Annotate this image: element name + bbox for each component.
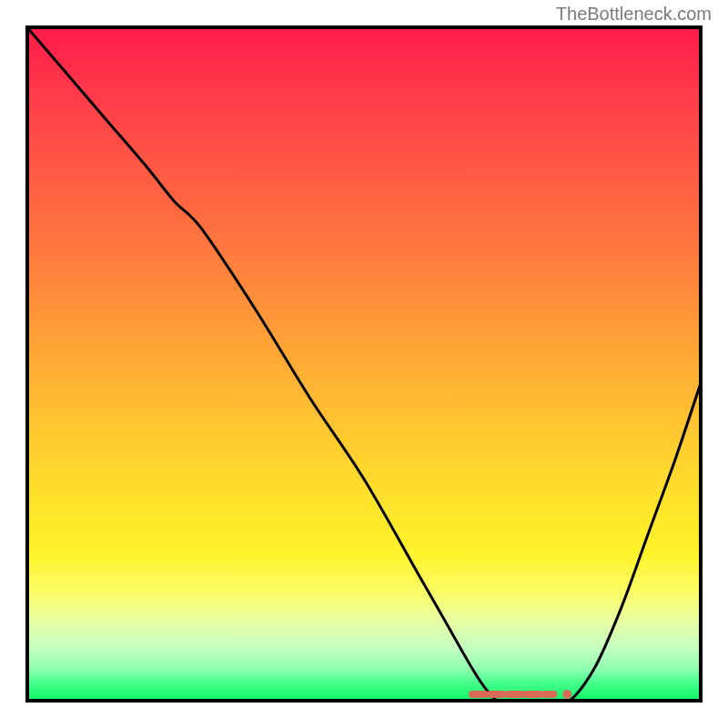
watermark-text: TheBottleneck.com	[556, 4, 712, 25]
svg-point-1	[562, 690, 571, 699]
optimal-range-marker	[25, 25, 703, 703]
